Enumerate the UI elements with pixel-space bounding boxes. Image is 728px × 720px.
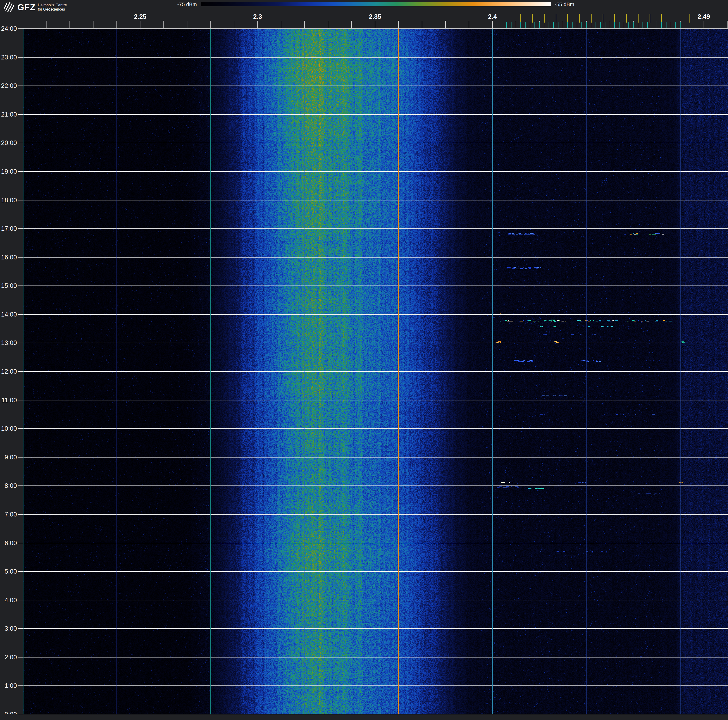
time-axis-label: 6:00 bbox=[0, 539, 17, 547]
time-axis-label: 16:00 bbox=[0, 254, 17, 261]
freq-minor-tick bbox=[164, 21, 164, 28]
gfz-globe-icon bbox=[4, 2, 14, 12]
time-axis-label: 20:00 bbox=[0, 139, 17, 147]
freq-minor-tick bbox=[727, 21, 728, 28]
freq-minor-tick bbox=[257, 21, 258, 28]
freq-marker-line bbox=[680, 29, 681, 714]
footer-bar: https://doi.org/10.5880/GFZ.1.2.2024.003… bbox=[0, 714, 728, 720]
ble-channel-tick bbox=[567, 21, 568, 28]
time-axis-label: 13:00 bbox=[0, 339, 17, 346]
wifi-channel-tick bbox=[591, 14, 592, 23]
hour-gridline bbox=[18, 142, 728, 143]
colorbar-min-label: -75 dBm bbox=[177, 2, 197, 7]
freq-minor-tick bbox=[93, 21, 93, 28]
hour-gridline bbox=[18, 543, 728, 543]
ble-channel-tick bbox=[605, 21, 606, 28]
hour-gridline bbox=[18, 257, 728, 257]
freq-marker-line bbox=[210, 29, 211, 714]
hour-gridline bbox=[18, 228, 728, 229]
hour-gridline bbox=[18, 114, 728, 115]
freq-minor-tick bbox=[140, 21, 141, 28]
freq-axis-label: 2.4 bbox=[488, 13, 497, 20]
wifi-channel-tick bbox=[650, 14, 650, 23]
hour-gridline bbox=[18, 400, 728, 400]
freq-minor-tick bbox=[304, 21, 305, 28]
hour-gridline bbox=[18, 343, 728, 343]
wifi-channel-tick bbox=[520, 14, 521, 23]
hour-gridline bbox=[18, 571, 728, 572]
ble-channel-tick bbox=[619, 21, 619, 28]
ble-channel-tick bbox=[506, 21, 507, 28]
ble-channel-tick bbox=[581, 21, 582, 28]
wifi-channel-tick bbox=[614, 14, 615, 23]
wifi-channel-tick bbox=[661, 14, 662, 23]
freq-axis-label: 2.49 bbox=[698, 13, 710, 20]
freq-minor-tick bbox=[328, 21, 328, 28]
ble-channel-tick bbox=[657, 21, 657, 28]
freq-axis-label: 2.3 bbox=[253, 13, 262, 20]
gfz-logo: GFZ Helmholtz Centre for Geosciences bbox=[4, 2, 67, 13]
ble-channel-tick bbox=[596, 21, 596, 28]
wifi-channel-tick bbox=[556, 14, 556, 23]
freq-axis-label: 2.25 bbox=[134, 13, 147, 20]
hour-gridline bbox=[18, 457, 728, 458]
ble-channel-tick bbox=[680, 21, 681, 28]
ble-channel-tick bbox=[671, 21, 671, 28]
ble-channel-tick bbox=[549, 21, 549, 28]
freq-minor-tick bbox=[46, 21, 46, 28]
ble-channel-tick bbox=[530, 21, 530, 28]
time-axis-label: 21:00 bbox=[0, 111, 17, 118]
time-axis-label: 15:00 bbox=[0, 282, 17, 290]
ble-channel-tick bbox=[629, 21, 629, 28]
ble-channel-tick bbox=[666, 21, 667, 28]
ble-channel-tick bbox=[600, 21, 601, 28]
freq-marker-line bbox=[492, 29, 493, 714]
ble-channel-tick bbox=[511, 21, 511, 28]
freq-axis-label: 2.35 bbox=[369, 13, 381, 20]
hour-gridline bbox=[18, 285, 728, 286]
ble-channel-tick bbox=[661, 21, 662, 28]
time-axis-label: 8:00 bbox=[0, 482, 17, 489]
freq-minor-tick bbox=[351, 21, 352, 28]
ble-channel-tick bbox=[502, 21, 502, 28]
gfz-logo-subtitle: Helmholtz Centre for Geosciences bbox=[38, 3, 67, 12]
time-axis-label: 22:00 bbox=[0, 82, 17, 90]
ble-channel-tick bbox=[572, 21, 572, 28]
wifi-channel-tick bbox=[532, 14, 533, 23]
ble-channel-tick bbox=[633, 21, 633, 28]
wifi-channel-tick bbox=[626, 14, 627, 23]
time-axis-label: 14:00 bbox=[0, 311, 17, 318]
ble-channel-tick bbox=[534, 21, 535, 28]
freq-marker-line bbox=[586, 29, 587, 714]
ble-channel-tick bbox=[675, 21, 676, 28]
freq-minor-tick bbox=[69, 21, 70, 28]
ble-channel-tick bbox=[610, 21, 610, 28]
hour-gridline bbox=[18, 685, 728, 686]
ble-channel-tick bbox=[553, 21, 554, 28]
hour-gridline bbox=[18, 28, 728, 29]
time-axis-label: 18:00 bbox=[0, 196, 17, 204]
freq-minor-tick bbox=[398, 21, 399, 28]
time-axis-label: 5:00 bbox=[0, 568, 17, 575]
colorbar-gradient bbox=[201, 2, 551, 6]
ble-channel-tick bbox=[577, 21, 577, 28]
freq-marker-line bbox=[398, 29, 399, 714]
hour-gridline bbox=[18, 657, 728, 657]
ble-channel-tick bbox=[647, 21, 648, 28]
ble-channel-tick bbox=[638, 21, 638, 28]
time-axis-label: 11:00 bbox=[0, 397, 17, 404]
freq-minor-tick bbox=[422, 21, 422, 28]
time-axis-label: 17:00 bbox=[0, 225, 17, 233]
wifi-channel-tick bbox=[603, 14, 603, 23]
time-axis-label: 4:00 bbox=[0, 596, 17, 604]
ble-channel-tick bbox=[591, 21, 591, 28]
freq-minor-tick bbox=[187, 21, 187, 28]
freq-minor-tick bbox=[445, 21, 446, 28]
ble-channel-tick bbox=[563, 21, 563, 28]
freq-minor-tick bbox=[492, 21, 493, 28]
freq-marker-line bbox=[304, 29, 305, 714]
wifi-channel-tick bbox=[638, 14, 639, 23]
time-axis-label: 10:00 bbox=[0, 425, 17, 432]
freq-minor-tick bbox=[234, 21, 234, 28]
hour-gridline bbox=[18, 371, 728, 372]
